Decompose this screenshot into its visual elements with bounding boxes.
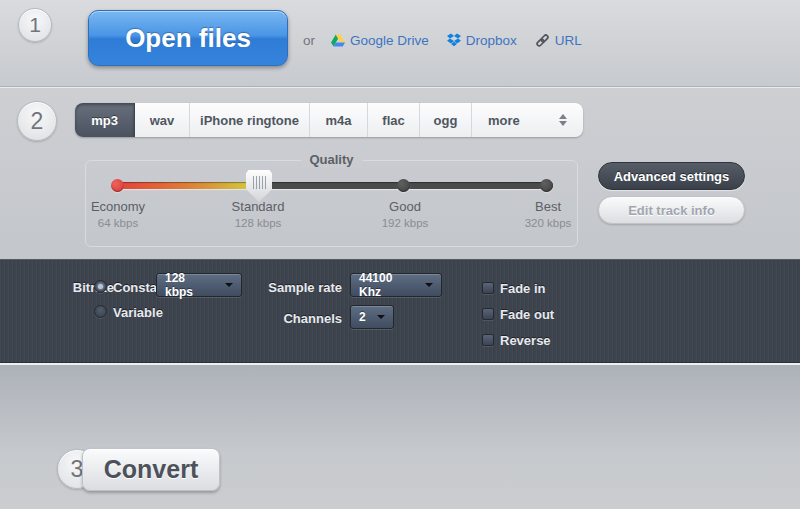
tab-ogg-label: ogg — [434, 113, 458, 128]
quality-stop-bitrate: 192 kbps — [382, 217, 429, 229]
url-label: URL — [555, 33, 582, 48]
channels-select[interactable]: 2 — [350, 305, 394, 329]
dropbox-label: Dropbox — [466, 33, 517, 48]
audio-converter-app: 1 Open files or Google Drive — [0, 0, 800, 509]
convert-button[interactable]: Convert — [82, 448, 220, 491]
quality-stop-bitrate: 320 kbps — [525, 217, 572, 229]
google-drive-icon — [331, 34, 345, 47]
bitrate-select-value: 128 kbps — [165, 271, 215, 299]
variable-label: Variable — [113, 305, 163, 320]
reverse-label: Reverse — [500, 333, 551, 348]
url-link[interactable]: URL — [535, 33, 582, 48]
step-number-2: 2 — [17, 101, 57, 141]
dropbox-icon — [447, 33, 461, 47]
quality-legend: Quality — [300, 152, 362, 167]
advanced-settings-label: Advanced settings — [614, 169, 730, 184]
tab-ogg[interactable]: ogg — [420, 103, 472, 137]
quality-stop-best: Best 320 kbps — [525, 199, 572, 229]
quality-stop-name: Best — [525, 199, 572, 214]
advanced-settings-panel: Bitrate Constant Variable 128 kbps Sampl… — [0, 259, 800, 363]
tab-flac-label: flac — [382, 113, 404, 128]
radio-bitrate-constant[interactable] — [94, 280, 107, 293]
open-files-label: Open files — [125, 23, 251, 54]
open-files-button[interactable]: Open files — [88, 10, 288, 66]
fade-in-label: Fade in — [500, 281, 546, 296]
or-label: or — [303, 33, 315, 48]
fade-out-label: Fade out — [500, 307, 554, 322]
tab-wav[interactable]: wav — [135, 103, 190, 137]
step-number-1: 1 — [18, 8, 52, 42]
dropbox-link[interactable]: Dropbox — [447, 33, 517, 48]
tab-m4a-label: m4a — [325, 113, 351, 128]
tab-iphone-ringtone-label: iPhone ringtone — [200, 113, 299, 128]
tab-mp3-label: mp3 — [91, 113, 118, 128]
quality-slider-track[interactable] — [113, 182, 553, 189]
tab-more-label: more — [488, 113, 520, 128]
tab-iphone-ringtone[interactable]: iPhone ringtone — [190, 103, 310, 137]
quality-stop-good: Good 192 kbps — [382, 199, 429, 229]
channels-label: Channels — [248, 311, 342, 326]
checkbox-fade-in[interactable] — [482, 282, 494, 294]
checkbox-reverse[interactable] — [482, 334, 494, 346]
slider-dot-good — [397, 179, 410, 192]
step-1-label: 1 — [29, 13, 41, 37]
section-convert: 3 Convert — [0, 363, 800, 509]
google-drive-link[interactable]: Google Drive — [331, 33, 429, 48]
quality-stop-name: Good — [382, 199, 429, 214]
sample-rate-select[interactable]: 44100 Khz — [350, 273, 442, 297]
step-2-label: 2 — [31, 108, 44, 135]
tab-m4a[interactable]: m4a — [310, 103, 368, 137]
channels-value: 2 — [359, 310, 366, 324]
advanced-settings-button[interactable]: Advanced settings — [598, 162, 745, 190]
tab-flac[interactable]: flac — [368, 103, 420, 137]
tab-mp3[interactable]: mp3 — [75, 103, 135, 137]
sample-rate-label: Sample rate — [248, 280, 342, 295]
quality-stop-name: Standard — [232, 199, 285, 214]
slider-dot-economy — [111, 179, 124, 192]
updown-arrows-icon — [559, 114, 567, 126]
edit-track-info-label: Edit track info — [628, 203, 715, 218]
checkbox-fade-out[interactable] — [482, 308, 494, 320]
quality-stop-economy: Economy 64 kbps — [91, 199, 145, 229]
quality-fieldset: Quality Economy 64 kbps Standard 128 kbp… — [85, 160, 578, 247]
quality-stop-bitrate: 64 kbps — [91, 217, 145, 229]
tab-more[interactable]: more — [472, 103, 583, 137]
source-links-row: or Google Drive Dropbox — [303, 30, 600, 50]
quality-stop-name: Economy — [91, 199, 145, 214]
section-open-files: 1 Open files or Google Drive — [0, 0, 800, 87]
quality-stop-standard: Standard 128 kbps — [232, 199, 285, 229]
sample-rate-value: 44100 Khz — [359, 271, 415, 299]
radio-bitrate-variable[interactable] — [94, 305, 107, 318]
quality-slider-handle[interactable] — [246, 170, 272, 202]
bitrate-select[interactable]: 128 kbps — [156, 273, 242, 297]
slider-dot-best — [540, 179, 553, 192]
format-tabbar: mp3 wav iPhone ringtone m4a flac ogg mor… — [75, 103, 583, 137]
dropdown-arrow-icon — [425, 283, 433, 287]
google-drive-label: Google Drive — [350, 33, 429, 48]
dropdown-arrow-icon — [225, 283, 233, 287]
convert-label: Convert — [104, 455, 198, 484]
quality-stop-bitrate: 128 kbps — [232, 217, 285, 229]
tab-wav-label: wav — [150, 113, 175, 128]
dropdown-arrow-icon — [377, 315, 385, 319]
link-icon — [535, 33, 550, 48]
edit-track-info-button[interactable]: Edit track info — [598, 196, 745, 224]
section-format-quality: 2 mp3 wav iPhone ringtone m4a flac ogg m… — [0, 87, 800, 259]
